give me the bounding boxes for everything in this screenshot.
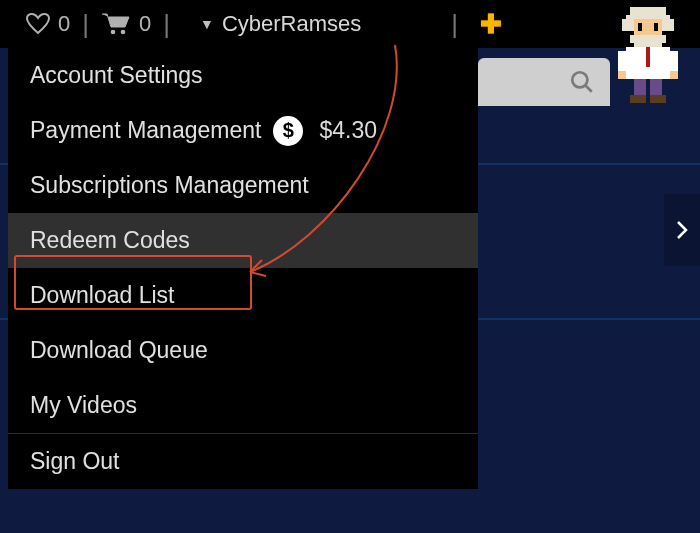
dollar-icon: $ <box>273 116 303 146</box>
svg-rect-14 <box>618 51 630 71</box>
menu-item-account-settings[interactable]: Account Settings <box>8 48 478 103</box>
menu-item-download-queue[interactable]: Download Queue <box>8 323 478 378</box>
cart-icon <box>101 12 131 36</box>
cart-button[interactable]: 0 <box>101 11 151 37</box>
menu-item-label: My Videos <box>30 392 137 419</box>
carousel-next-button[interactable] <box>664 194 700 266</box>
menu-item-label: Download Queue <box>30 337 208 364</box>
svg-rect-11 <box>638 23 642 31</box>
svg-rect-21 <box>630 95 646 103</box>
svg-rect-15 <box>666 51 678 71</box>
svg-rect-19 <box>634 79 646 95</box>
heart-icon <box>26 13 50 35</box>
menu-item-label: Account Settings <box>30 62 203 89</box>
svg-point-2 <box>111 30 116 35</box>
username-label: CyberRamses <box>222 11 361 37</box>
svg-line-1 <box>585 85 592 92</box>
svg-rect-16 <box>646 47 650 67</box>
svg-rect-7 <box>662 19 674 31</box>
chevron-right-icon <box>676 220 688 240</box>
svg-rect-10 <box>634 43 662 47</box>
separator: | <box>82 9 89 40</box>
user-menu-toggle[interactable]: ▼ CyberRamses <box>182 0 379 48</box>
search-bar[interactable] <box>478 58 610 106</box>
wishlist-button[interactable]: 0 <box>26 11 70 37</box>
svg-rect-20 <box>650 79 662 95</box>
top-bar: 0 | 0 | ▼ CyberRamses | ✚ <box>0 0 700 48</box>
svg-rect-22 <box>650 95 666 103</box>
menu-item-label: Payment Management <box>30 117 261 144</box>
search-icon <box>569 69 595 95</box>
menu-item-redeem-codes[interactable]: Redeem Codes <box>8 213 478 268</box>
menu-item-subscriptions[interactable]: Subscriptions Management <box>8 158 478 213</box>
separator: | <box>163 9 170 40</box>
avatar-sprite-icon <box>614 6 682 104</box>
svg-rect-12 <box>654 23 658 31</box>
wallet-balance: $4.30 <box>319 117 377 144</box>
menu-item-label: Sign Out <box>30 448 120 475</box>
svg-point-0 <box>572 72 587 87</box>
menu-item-label: Download List <box>30 282 174 309</box>
menu-item-payment-management[interactable]: Payment Management $ $4.30 <box>8 103 478 158</box>
svg-rect-6 <box>622 19 634 31</box>
ps-plus-area[interactable]: | ✚ <box>439 9 502 40</box>
cart-count: 0 <box>139 11 151 37</box>
menu-item-label: Subscriptions Management <box>30 172 309 199</box>
caret-down-icon: ▼ <box>200 16 214 32</box>
separator: | <box>451 9 458 40</box>
svg-rect-9 <box>630 35 666 43</box>
svg-point-3 <box>121 30 126 35</box>
menu-item-label: Redeem Codes <box>30 227 190 254</box>
plus-icon: ✚ <box>480 9 502 40</box>
menu-item-my-videos[interactable]: My Videos <box>8 378 478 433</box>
wishlist-count: 0 <box>58 11 70 37</box>
menu-item-sign-out[interactable]: Sign Out <box>8 434 478 489</box>
account-dropdown-menu: Account Settings Payment Management $ $4… <box>8 48 478 489</box>
svg-rect-18 <box>670 71 678 79</box>
user-avatar[interactable] <box>614 6 682 104</box>
menu-item-download-list[interactable]: Download List <box>8 268 478 323</box>
svg-rect-17 <box>618 71 626 79</box>
